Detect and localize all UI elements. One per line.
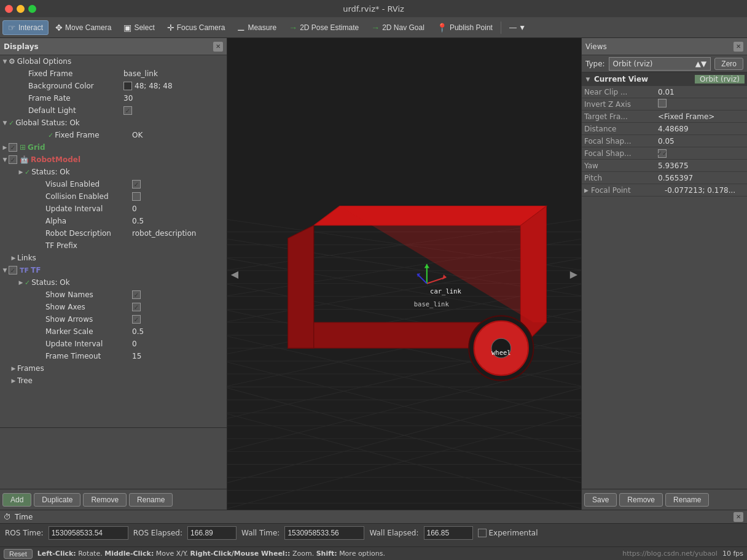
frame-timeout-row[interactable]: Frame Timeout 15 xyxy=(0,350,227,362)
near-clip-row[interactable]: Near Clip ... 0.01 xyxy=(582,86,747,98)
target-frame-label: Target Fra... xyxy=(584,112,658,121)
robot-model-checkbox[interactable] xyxy=(9,155,17,164)
hint-bold-2: Middle-Click: xyxy=(104,550,154,558)
marker-scale-row[interactable]: Marker Scale 0.5 xyxy=(0,325,227,338)
views-type-row: Type: Orbit (rviz) ▲▼ Zero xyxy=(582,55,747,72)
add-display-button[interactable]: Add xyxy=(2,493,31,507)
focus-camera-button[interactable]: ✛ Focus Camera xyxy=(162,20,231,35)
viewport-arrow-left[interactable]: ◀ xyxy=(229,268,241,280)
svg-text:base_link: base_link xyxy=(414,300,450,308)
frame-rate-value: 30 xyxy=(123,94,135,103)
tf-icon: TF xyxy=(20,266,29,274)
frame-timeout-label: Frame Timeout xyxy=(45,352,132,360)
pitch-row[interactable]: Pitch 0.565397 xyxy=(582,172,747,184)
robot-description-row[interactable]: Robot Description robot_description xyxy=(0,227,227,239)
experimental-checkbox[interactable] xyxy=(478,529,487,537)
fixed-frame-row[interactable]: Fixed Frame base_link xyxy=(0,68,227,80)
links-row[interactable]: ▶ Links xyxy=(0,252,227,264)
pose-estimate-icon: → xyxy=(289,23,297,33)
focal-shape2-checkbox[interactable]: ✓ xyxy=(658,149,667,158)
views-zero-button[interactable]: Zero xyxy=(714,58,743,70)
maximize-button[interactable] xyxy=(28,5,36,13)
tf-expander: ▼ xyxy=(1,266,9,274)
focal-shape2-row[interactable]: Focal Shap... ✓ xyxy=(582,147,747,160)
tf-prefix-row[interactable]: TF Prefix xyxy=(0,239,227,252)
tf-status-row[interactable]: ▶ ✓ Status: Ok xyxy=(0,276,227,289)
grid-checkbox[interactable] xyxy=(9,143,17,152)
yaw-row[interactable]: Yaw 5.93675 xyxy=(582,160,747,172)
target-frame-row[interactable]: Target Fra... <Fixed Frame> xyxy=(582,111,747,123)
tf-checkbox[interactable] xyxy=(9,266,17,274)
default-light-row[interactable]: Default Light xyxy=(0,104,227,117)
alpha-row[interactable]: Alpha 0.5 xyxy=(0,215,227,227)
show-names-checkbox[interactable] xyxy=(132,290,141,299)
ros-elapsed-input[interactable] xyxy=(187,526,237,540)
visual-enabled-checkbox[interactable] xyxy=(132,180,141,189)
distance-value: 4.48689 xyxy=(658,125,745,133)
frames-row[interactable]: ▶ Frames xyxy=(0,362,227,375)
select-icon: ▣ xyxy=(123,23,131,33)
default-light-label: Default Light xyxy=(28,106,123,115)
status-url: https://blog.csdn.net/yubaol xyxy=(622,550,718,558)
show-arrows-row[interactable]: Show Arrows xyxy=(0,313,227,325)
show-names-row[interactable]: Show Names xyxy=(0,289,227,301)
rename-display-button[interactable]: Rename xyxy=(129,493,173,507)
wall-time-input[interactable] xyxy=(284,526,364,540)
global-options-row[interactable]: ▼ ⚙ Global Options xyxy=(0,55,227,68)
views-type-selector[interactable]: Orbit (rviz) ▲▼ xyxy=(609,57,711,71)
robot-model-row[interactable]: ▼ 🤖 RobotModel xyxy=(0,154,227,166)
measure-button[interactable]: ⚊ Measure xyxy=(232,20,282,35)
invert-z-row[interactable]: Invert Z Axis xyxy=(582,98,747,111)
collision-enabled-row[interactable]: Collision Enabled xyxy=(0,190,227,203)
focal-shape1-row[interactable]: Focal Shap... 0.05 xyxy=(582,135,747,147)
tf-row[interactable]: ▼ TF TF xyxy=(0,264,227,276)
viewport-arrow-right[interactable]: ▶ xyxy=(568,268,580,280)
focal-point-row[interactable]: ▶ Focal Point -0.077213; 0.178... xyxy=(582,184,747,196)
show-arrows-checkbox[interactable] xyxy=(132,315,141,324)
ros-elapsed-label: ROS Elapsed: xyxy=(133,529,182,537)
robot-update-interval-row[interactable]: Update Interval 0 xyxy=(0,203,227,215)
displays-tree[interactable]: ▼ ⚙ Global Options Fixed Frame base_link… xyxy=(0,55,227,427)
time-close-button[interactable]: ✕ xyxy=(733,512,743,522)
collision-enabled-checkbox[interactable] xyxy=(132,192,141,201)
global-status-fixed-frame-row[interactable]: ✓ Fixed Frame OK xyxy=(0,129,227,141)
3d-viewport[interactable]: car_link base_link wheel ◀ ▶ xyxy=(227,38,581,510)
visual-enabled-row[interactable]: Visual Enabled xyxy=(0,178,227,190)
grid-row[interactable]: ▶ ⊞ Grid xyxy=(0,141,227,154)
close-button[interactable] xyxy=(5,5,13,13)
pose-estimate-button[interactable]: → 2D Pose Estimate xyxy=(283,20,364,35)
move-camera-button[interactable]: ✥ Move Camera xyxy=(50,20,117,35)
distance-row[interactable]: Distance 4.48689 xyxy=(582,123,747,135)
views-rename-button[interactable]: Rename xyxy=(665,493,709,507)
tree-row[interactable]: ▶ Tree xyxy=(0,375,227,387)
robot-status-row[interactable]: ▶ ✓ Status: Ok xyxy=(0,166,227,178)
views-save-button[interactable]: Save xyxy=(584,493,617,507)
displays-close-button[interactable]: ✕ xyxy=(213,42,223,52)
show-axes-row[interactable]: Show Axes xyxy=(0,301,227,313)
show-axes-checkbox[interactable] xyxy=(132,303,141,311)
current-view-expander: ▼ xyxy=(584,76,592,83)
reset-button[interactable]: Reset xyxy=(4,549,33,559)
extra-menu-button[interactable]: — ▼ xyxy=(504,21,531,34)
near-clip-label: Near Clip ... xyxy=(584,88,658,96)
global-status-row[interactable]: ▼ ✓ Global Status: Ok xyxy=(0,117,227,129)
background-color-row[interactable]: Background Color 48; 48; 48 xyxy=(0,80,227,92)
pose-estimate-label: 2D Pose Estimate xyxy=(300,23,359,32)
invert-z-checkbox[interactable] xyxy=(658,99,667,107)
select-button[interactable]: ▣ Select xyxy=(118,20,160,35)
default-light-checkbox[interactable] xyxy=(123,106,132,115)
duplicate-display-button[interactable]: Duplicate xyxy=(34,493,80,507)
interact-button[interactable]: ☞ Interact xyxy=(2,20,49,35)
tf-update-interval-row[interactable]: Update Interval 0 xyxy=(0,338,227,350)
frame-rate-row[interactable]: Frame Rate 30 xyxy=(0,92,227,104)
remove-display-button[interactable]: Remove xyxy=(83,493,127,507)
marker-scale-label: Marker Scale xyxy=(45,327,132,336)
wall-elapsed-input[interactable] xyxy=(424,526,473,540)
views-remove-button[interactable]: Remove xyxy=(619,493,663,507)
publish-point-button[interactable]: 📍 Publish Point xyxy=(431,20,498,35)
ros-time-input[interactable] xyxy=(49,526,128,540)
robot-status-expander: ▶ xyxy=(17,168,25,176)
nav-goal-button[interactable]: → 2D Nav Goal xyxy=(366,20,430,35)
views-close-button[interactable]: ✕ xyxy=(733,42,743,52)
minimize-button[interactable] xyxy=(17,5,25,13)
